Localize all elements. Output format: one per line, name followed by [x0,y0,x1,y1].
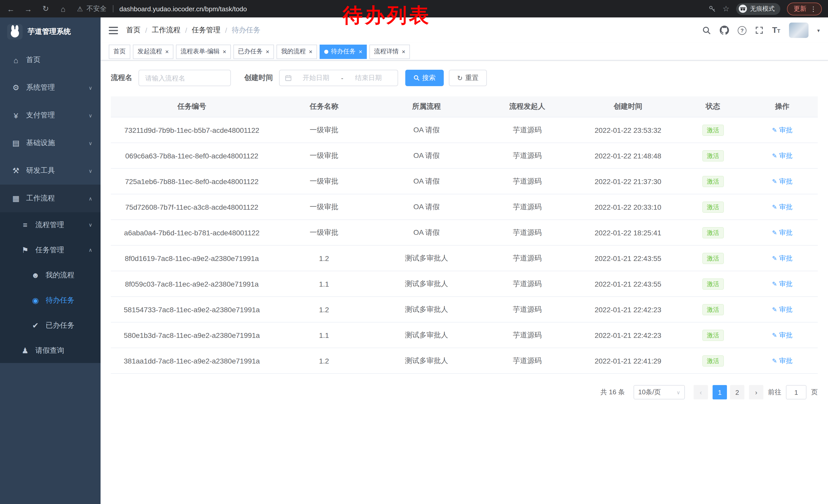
fullscreen-icon[interactable] [755,26,763,34]
chevron-down-icon: ∨ [88,140,92,146]
task-name-cell: 1.1 [273,271,375,296]
sidebar-item-payment[interactable]: ¥支付管理∨ [0,101,100,129]
tab-close-icon[interactable]: × [309,48,313,55]
status-cell: 激活 [679,245,747,271]
edit-icon: ✎ [772,280,777,287]
todo-eye-icon: ◉ [30,295,41,305]
page-size-select[interactable]: 10条/页 ∨ [633,385,685,400]
main-area: 首页/工作流程/任务管理/待办任务 ? TT ▾ [100,17,828,504]
approve-link[interactable]: ✎审批 [772,305,792,314]
approve-link[interactable]: ✎审批 [772,177,792,186]
approve-link[interactable]: ✎审批 [772,125,792,135]
approve-label: 审批 [779,177,793,186]
created-time-cell: 2022-01-22 18:25:41 [577,220,679,245]
prev-page-button[interactable]: ‹ [694,385,708,400]
top-navbar: 首页/工作流程/任务管理/待办任务 ? TT ▾ [100,17,828,43]
app-logo[interactable]: 芋道管理系统 [0,17,100,46]
sidebar-item-my-process[interactable]: ☻我的流程 [0,263,100,288]
approve-link[interactable]: ✎审批 [772,254,792,263]
tab[interactable]: 首页 [109,44,130,59]
tab[interactable]: 待办任务× [320,44,367,59]
search-icon[interactable] [702,26,711,35]
omnibox-divider [113,5,113,12]
security-warning-icon[interactable]: ⚠ [77,5,83,12]
tab[interactable]: 流程详情× [369,44,410,59]
browser-home-icon[interactable]: ⌂ [58,4,68,13]
starter-cell: 芋道源码 [478,296,577,322]
tab-close-icon[interactable]: × [359,48,362,55]
tab[interactable]: 发起流程× [133,44,173,59]
task-id-cell: 8f059c03-7ac8-11ec-a9e2-a2380e71991a [111,271,273,296]
goto-page-input[interactable] [786,385,806,400]
table-row: 8f0d1619-7ac8-11ec-a9e2-a2380e71991a1.2测… [111,245,818,271]
font-size-icon[interactable]: TT [772,26,780,35]
browser-back-icon[interactable]: ← [6,4,15,13]
process-name-input[interactable] [138,70,231,86]
breadcrumb-separator: / [185,26,187,34]
browser-menu-icon[interactable]: ⋮ [810,5,817,12]
reset-button[interactable]: ↻ 重置 [449,70,487,86]
sidebar-item-workflow[interactable]: ▦工作流程∧ [0,185,100,212]
status-badge: 激活 [702,150,724,161]
action-cell: ✎审批 [747,143,818,169]
sidebar-collapse-icon[interactable] [109,27,118,34]
browser-update-button[interactable]: 更新 ⋮ [787,2,822,15]
browser-forward-icon[interactable]: → [24,4,33,13]
status-badge: 激活 [702,253,724,264]
password-key-icon[interactable] [708,5,716,12]
column-header: 所属流程 [375,96,478,117]
breadcrumb-item[interactable]: 任务管理 [192,26,220,35]
search-button[interactable]: 搜索 [405,70,444,86]
approve-link[interactable]: ✎审批 [772,330,792,340]
tab-close-icon[interactable]: × [223,48,226,55]
tab-close-icon[interactable]: × [266,48,269,55]
breadcrumb-item[interactable]: 工作流程 [152,26,180,35]
sidebar-item-leave-query[interactable]: ♟请假查询 [0,338,100,363]
bookmark-star-icon[interactable]: ☆ [722,4,730,13]
sidebar-item-todo-task[interactable]: ◉待办任务 [0,288,100,313]
edit-icon: ✎ [772,126,777,134]
github-icon[interactable] [720,26,729,35]
yen-icon: ¥ [10,111,22,120]
approve-link[interactable]: ✎审批 [772,279,792,288]
infrastructure-icon: ▤ [10,138,22,148]
approve-link[interactable]: ✎审批 [772,202,792,212]
sidebar-item-process-manage[interactable]: ≡流程管理∨ [0,212,100,237]
page-button-2[interactable]: 2 [730,385,744,400]
sidebar-item-done-task[interactable]: ✔已办任务 [0,313,100,338]
tab-close-icon[interactable]: × [165,48,169,55]
sidebar-item-home[interactable]: ⌂首页 [0,46,100,74]
status-cell: 激活 [679,271,747,296]
avatar-caret-icon[interactable]: ▾ [817,28,820,33]
status-cell: 激活 [679,220,747,245]
process-cell: OA 请假 [375,194,478,220]
tab[interactable]: 已办任务× [234,44,274,59]
tab-close-icon[interactable]: × [402,48,405,55]
starter-cell: 芋道源码 [478,117,577,143]
browser-nav-buttons: ← → ↻ ⌂ [6,4,68,13]
approve-link[interactable]: ✎审批 [772,151,792,160]
page-button-1[interactable]: 1 [713,385,727,400]
sidebar-item-system[interactable]: ⚙系统管理∨ [0,74,100,101]
tab-label: 流程表单-编辑 [180,47,219,56]
approve-link[interactable]: ✎审批 [772,228,792,237]
chevron-down-icon: ∨ [88,112,92,118]
starter-cell: 芋道源码 [478,194,577,220]
next-page-button[interactable]: › [749,385,763,400]
tab[interactable]: 流程表单-编辑× [176,44,231,59]
browser-reload-icon[interactable]: ↻ [41,4,50,13]
approve-link[interactable]: ✎审批 [772,356,792,365]
sidebar-item-label: 首页 [26,55,92,64]
sidebar-item-devtools[interactable]: ⚒研发工具∨ [0,157,100,185]
date-range-picker[interactable]: 开始日期 - 结束日期 [279,70,398,86]
breadcrumb-separator: / [145,26,147,34]
process-cell: 测试多审批人 [375,322,478,348]
sidebar-item-infrastructure[interactable]: ▤基础设施∨ [0,129,100,157]
filter-bar: 流程名 创建时间 开始日期 - 结束日期 搜索 ↻ [111,70,818,86]
status-badge: 激活 [702,227,724,238]
help-icon[interactable]: ? [738,26,746,35]
avatar[interactable] [789,22,809,38]
tab[interactable]: 我的流程× [277,44,317,59]
sidebar-item-task-manage[interactable]: ⚑任务管理∧ [0,237,100,263]
breadcrumb-item[interactable]: 首页 [126,26,140,35]
